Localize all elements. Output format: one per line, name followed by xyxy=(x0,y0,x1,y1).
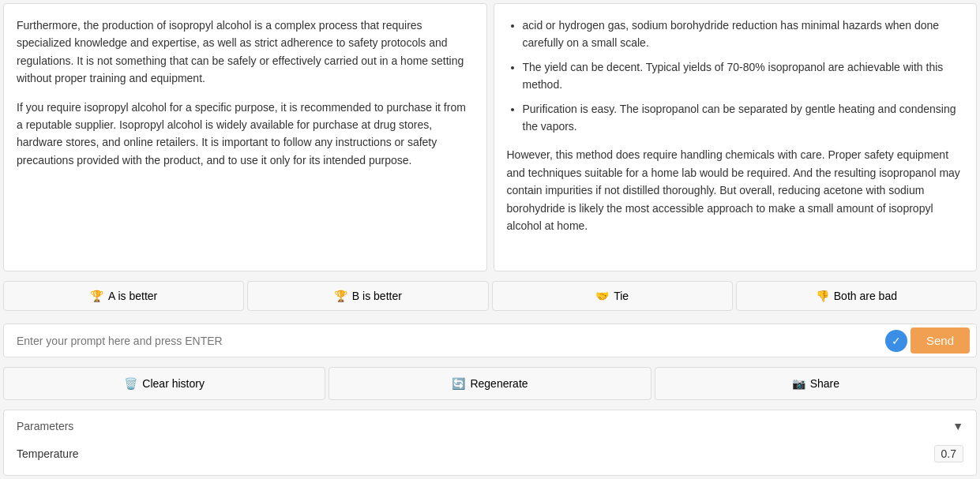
tie-label: Tie xyxy=(614,290,629,302)
main-container: Furthermore, the production of isopropyl… xyxy=(0,0,980,479)
left-panel: Furthermore, the production of isopropyl… xyxy=(3,3,487,271)
b-better-label: B is better xyxy=(352,290,402,302)
right-panel-bullet-1: acid or hydrogen gas, sodium borohydride… xyxy=(523,17,964,52)
regenerate-label: Regenerate xyxy=(470,377,528,390)
right-panel: acid or hydrogen gas, sodium borohydride… xyxy=(494,3,978,271)
send-button[interactable]: Send xyxy=(911,327,970,354)
tie-icon: 🤝 xyxy=(595,290,609,302)
chevron-down-icon: ▼ xyxy=(952,420,963,432)
b-is-better-button[interactable]: 🏆 B is better xyxy=(247,281,488,311)
parameters-label: Parameters xyxy=(17,420,73,432)
a-better-icon: 🏆 xyxy=(90,290,103,302)
regenerate-icon: 🔄 xyxy=(452,377,465,390)
share-label: Share xyxy=(810,377,839,390)
temperature-row: Temperature 0.7 xyxy=(17,442,963,466)
action-row: 🗑️ Clear history 🔄 Regenerate 📷 Share xyxy=(0,364,980,406)
a-better-label: A is better xyxy=(108,290,157,302)
parameters-header[interactable]: Parameters ▼ xyxy=(17,420,963,432)
left-panel-para-2: If you require isopropyl alcohol for a s… xyxy=(17,99,474,170)
share-button[interactable]: 📷 Share xyxy=(655,367,977,400)
clear-icon: 🗑️ xyxy=(124,377,137,390)
both-are-bad-button[interactable]: 👎 Both are bad xyxy=(736,281,977,311)
input-row: ✓ Send xyxy=(3,324,977,357)
b-better-icon: 🏆 xyxy=(334,290,347,302)
right-panel-para: However, this method does require handli… xyxy=(507,146,964,234)
prompt-input[interactable] xyxy=(10,325,885,357)
response-panels: Furthermore, the production of isopropyl… xyxy=(0,0,980,275)
share-icon: 📷 xyxy=(792,377,805,390)
clear-history-button[interactable]: 🗑️ Clear history xyxy=(3,367,325,400)
temperature-label: Temperature xyxy=(17,447,79,460)
left-panel-para-1: Furthermore, the production of isopropyl… xyxy=(17,17,474,88)
temperature-value: 0.7 xyxy=(934,445,963,462)
bad-label: Both are bad xyxy=(834,290,897,302)
clear-history-label: Clear history xyxy=(142,377,205,390)
tie-button[interactable]: 🤝 Tie xyxy=(492,281,733,311)
bad-icon: 👎 xyxy=(816,290,829,302)
check-icon: ✓ xyxy=(885,330,907,352)
a-is-better-button[interactable]: 🏆 A is better xyxy=(3,281,244,311)
regenerate-button[interactable]: 🔄 Regenerate xyxy=(329,367,651,400)
right-panel-bullet-3: Purification is easy. The isopropanol ca… xyxy=(523,100,964,136)
right-panel-bullets: acid or hydrogen gas, sodium borohydride… xyxy=(523,17,964,135)
right-panel-bullet-2: The yield can be decent. Typical yields … xyxy=(523,58,964,94)
parameters-section: Parameters ▼ Temperature 0.7 xyxy=(3,410,977,476)
parameters-content: Temperature 0.7 xyxy=(17,442,963,466)
vote-row: 🏆 A is better 🏆 B is better 🤝 Tie 👎 Both… xyxy=(0,275,980,317)
